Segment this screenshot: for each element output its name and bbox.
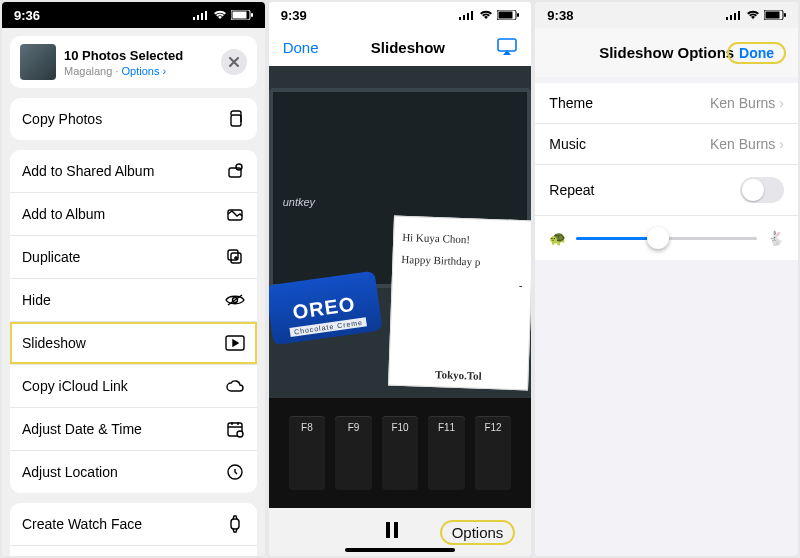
svg-rect-35 <box>726 17 728 20</box>
album-icon <box>225 204 245 224</box>
row-label: Add to Album <box>22 206 105 222</box>
share-header-text: 10 Photos Selected Magalang · Options › <box>64 48 213 77</box>
music-value: Ken Burns› <box>710 136 784 152</box>
status-bar: 9:38 <box>535 2 798 28</box>
chevron-right-icon: › <box>779 136 784 152</box>
svg-rect-18 <box>231 519 239 529</box>
svg-rect-30 <box>499 12 513 19</box>
svg-rect-31 <box>517 13 519 17</box>
row-label: Adjust Location <box>22 464 118 480</box>
hide-row[interactable]: Hide <box>10 279 257 322</box>
row-label: Create Watch Face <box>22 516 142 532</box>
action-group-1: Copy Photos <box>10 98 257 140</box>
svg-rect-0 <box>193 17 195 20</box>
home-indicator[interactable] <box>345 548 455 552</box>
status-icons <box>459 10 519 20</box>
key-f11: F11 <box>428 416 465 490</box>
slideshow-options-panel: 9:38 Slideshow Options Done Theme Ken Bu… <box>535 2 798 556</box>
add-album-row[interactable]: Add to Album <box>10 193 257 236</box>
svg-rect-2 <box>201 13 203 20</box>
calendar-icon <box>225 419 245 439</box>
speed-slider[interactable] <box>576 237 757 240</box>
svg-rect-3 <box>205 11 207 20</box>
signal-icon <box>726 10 742 20</box>
slideshow-options-button[interactable]: Options <box>440 520 516 545</box>
hide-icon <box>225 290 245 310</box>
svg-rect-33 <box>386 522 390 538</box>
done-button[interactable]: Done <box>283 39 319 56</box>
svg-rect-41 <box>784 13 786 17</box>
monitor-brand: untkey <box>283 196 315 208</box>
note-line-1: Hi Kuya Chon! <box>402 231 524 247</box>
create-watch-face-row[interactable]: Create Watch Face <box>10 503 257 546</box>
slideshow-image[interactable]: untkey OREO Chocolate Creme Hi Kuya Chon… <box>269 66 532 508</box>
pause-button[interactable] <box>345 522 440 543</box>
save-to-files-row[interactable]: Save to Files <box>10 546 257 556</box>
svg-rect-1 <box>197 15 199 20</box>
clock: 9:38 <box>547 8 573 23</box>
wifi-icon <box>479 10 493 20</box>
svg-point-16 <box>237 431 243 437</box>
photo-thumb <box>20 44 56 80</box>
svg-rect-38 <box>738 11 740 20</box>
share-sheet-panel: 9:36 10 Photos Selected Magalang · Optio… <box>2 2 265 556</box>
svg-rect-36 <box>730 15 732 20</box>
key-f8: F8 <box>289 416 326 490</box>
status-bar: 9:39 <box>269 2 532 28</box>
battery-icon <box>231 10 253 20</box>
note-card: Hi Kuya Chon! Happy Birthday p - Tokyo.T… <box>388 216 531 391</box>
row-label: Add to Shared Album <box>22 163 154 179</box>
clock: 9:36 <box>14 8 40 23</box>
close-button[interactable] <box>221 49 247 75</box>
row-label: Adjust Date & Time <box>22 421 142 437</box>
speed-slider-row: 🐢 🐇 <box>535 216 798 260</box>
options-list: Theme Ken Burns› Music Ken Burns› Repeat… <box>535 83 798 260</box>
key-f9: F9 <box>335 416 372 490</box>
close-icon <box>228 56 240 68</box>
music-row[interactable]: Music Ken Burns› <box>535 124 798 165</box>
add-shared-album-row[interactable]: Add to Shared Album <box>10 150 257 193</box>
row-label: Repeat <box>549 182 594 198</box>
keyboard: F8 F9 F10 F11 F12 <box>269 398 532 508</box>
battery-icon <box>764 10 786 20</box>
row-label: Copy iCloud Link <box>22 378 128 394</box>
location-icon <box>225 462 245 482</box>
done-button[interactable]: Done <box>727 42 786 64</box>
repeat-toggle[interactable] <box>740 177 784 203</box>
action-group-3: Create Watch Face Save to Files Print In… <box>10 503 257 556</box>
theme-value: Ken Burns› <box>710 95 784 111</box>
svg-rect-6 <box>251 13 253 17</box>
theme-row[interactable]: Theme Ken Burns› <box>535 83 798 124</box>
svg-rect-28 <box>471 11 473 20</box>
slider-knob[interactable] <box>647 227 669 249</box>
svg-rect-10 <box>228 210 242 220</box>
options-header: Slideshow Options Done <box>535 28 798 77</box>
svg-rect-25 <box>459 17 461 20</box>
adjust-location-row[interactable]: Adjust Location <box>10 451 257 493</box>
copy-icloud-link-row[interactable]: Copy iCloud Link <box>10 365 257 408</box>
turtle-icon: 🐢 <box>549 230 566 246</box>
svg-rect-37 <box>734 13 736 20</box>
svg-rect-32 <box>498 39 516 51</box>
svg-point-9 <box>236 164 242 170</box>
slideshow-row[interactable]: Slideshow <box>10 322 257 365</box>
airplay-icon <box>497 38 517 56</box>
adjust-date-time-row[interactable]: Adjust Date & Time <box>10 408 257 451</box>
svg-rect-26 <box>463 15 465 20</box>
share-header-location: Magalang <box>64 65 112 77</box>
svg-rect-7 <box>231 115 241 126</box>
clock: 9:39 <box>281 8 307 23</box>
share-header-subtitle[interactable]: Magalang · Options › <box>64 65 213 77</box>
copy-photos-row[interactable]: Copy Photos <box>10 98 257 140</box>
slider-fill <box>576 237 657 240</box>
signal-icon <box>459 10 475 20</box>
airplay-button[interactable] <box>497 38 517 56</box>
duplicate-row[interactable]: Duplicate <box>10 236 257 279</box>
copy-icon <box>225 109 245 129</box>
share-header-options-link[interactable]: Options › <box>122 65 167 77</box>
status-icons <box>193 10 253 20</box>
page-title: Slideshow Options <box>599 44 734 61</box>
svg-rect-40 <box>766 12 780 19</box>
row-label: Copy Photos <box>22 111 102 127</box>
svg-rect-27 <box>467 13 469 20</box>
